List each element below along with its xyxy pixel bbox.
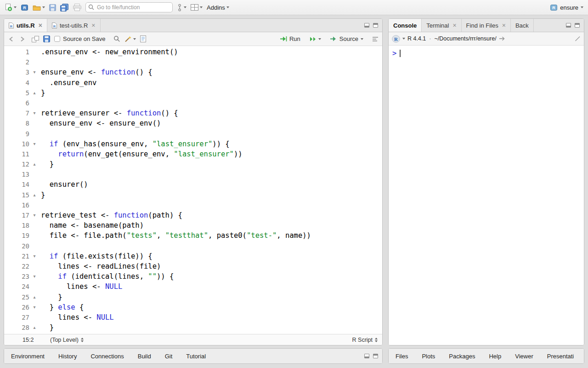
open-file-button[interactable] [33,4,45,11]
console-tab-Terminal[interactable]: Terminal× [422,19,461,32]
close-tab-icon[interactable]: × [502,22,506,29]
code-area[interactable]: 1.ensure_env <- new_environment()23▾ensu… [4,46,382,334]
code-line[interactable]: 27 lines <- NULL [4,312,382,322]
show-in-new-window-icon[interactable] [32,36,39,42]
code-line[interactable]: 4 .ensure_env [4,78,382,88]
scope-selector[interactable]: (Top Level) [50,337,84,343]
fold-toggle-icon[interactable]: ▴ [31,190,38,200]
source-button[interactable]: Source [330,35,363,42]
chevron-down-icon[interactable] [402,38,405,40]
console-tab-Find in Files[interactable]: Find in Files× [462,19,511,32]
fold-toggle-icon[interactable]: ▾ [31,108,38,118]
maximize-pane-icon[interactable] [373,354,378,358]
forward-icon[interactable] [19,36,26,42]
code-line[interactable]: 2 [4,57,382,67]
run-button[interactable]: Run [280,35,300,42]
code-line[interactable]: 1.ensure_env <- new_environment() [4,47,382,57]
code-line[interactable]: 22 lines <- readLines(file) [4,261,382,271]
code-line[interactable]: 18 name <- basename(path) [4,220,382,230]
code-line[interactable]: 25▴ } [4,292,382,302]
code-line[interactable]: 20 [4,241,382,251]
maximize-pane-icon[interactable] [575,23,580,28]
new-project-button[interactable]: R [21,4,28,12]
fold-toggle-icon[interactable]: ▴ [31,159,38,169]
tab-files[interactable]: Files [389,349,415,363]
find-replace-icon[interactable] [113,35,120,42]
code-line[interactable]: 8 ensure_env <- ensure_env() [4,118,382,128]
close-tab-icon[interactable]: × [91,22,95,29]
console-output[interactable]: > [389,46,584,345]
minimize-pane-icon[interactable] [364,23,369,28]
tab-history[interactable]: History [51,349,84,363]
code-line[interactable]: 5▴} [4,88,382,98]
minimize-pane-icon[interactable] [566,23,571,28]
tab-connections[interactable]: Connections [84,349,130,363]
go-to-directory-icon[interactable] [499,36,505,41]
code-line[interactable]: 19 file <- file.path("tests", "testthat"… [4,230,382,241]
save-icon[interactable] [43,35,50,42]
code-line[interactable]: 15▴} [4,190,382,200]
rerun-button[interactable] [308,36,321,42]
code-line[interactable]: 12▴ } [4,159,382,169]
code-line[interactable]: 14 ensurer() [4,179,382,190]
code-line[interactable]: 7▾retrieve_ensurer <- function() { [4,108,382,118]
r-logo-icon[interactable]: R [392,35,400,43]
code-line[interactable]: 28▴ } [4,322,382,333]
code-line[interactable]: 3▾ensure_env <- function() { [4,67,382,77]
tab-git[interactable]: Git [158,349,180,363]
code-line[interactable]: 11 return(env_get(ensure_env, "last_ensu… [4,149,382,159]
close-tab-icon[interactable]: × [452,22,456,29]
tab-tutorial[interactable]: Tutorial [179,349,213,363]
addins-menu[interactable]: Addins [207,4,229,11]
version-control-button[interactable] [177,4,187,12]
print-button[interactable] [73,4,81,11]
goto-file-input[interactable] [85,2,173,12]
console-tab-Back[interactable]: Back [511,19,534,32]
clear-console-icon[interactable] [574,35,581,42]
tab-presentati[interactable]: Presentati [540,349,581,363]
compile-report-icon[interactable] [140,35,146,42]
code-line[interactable]: 10▾ if (env_has(ensure_env, "last_ensure… [4,139,382,149]
tab-packages[interactable]: Packages [442,349,482,363]
fold-toggle-icon[interactable]: ▴ [31,322,38,333]
back-icon[interactable] [8,36,15,42]
code-line[interactable]: 17▾retrieve_test <- function(path) { [4,210,382,220]
tab-help[interactable]: Help [482,349,508,363]
tab-environment[interactable]: Environment [4,349,51,363]
new-file-button[interactable] [5,4,17,12]
code-line[interactable]: 24 lines <- NULL [4,282,382,292]
close-tab-icon[interactable]: × [39,22,42,29]
pane-layout-button[interactable] [191,4,203,11]
save-all-button[interactable] [60,4,69,12]
tab-plots[interactable]: Plots [415,349,442,363]
minimize-pane-icon[interactable] [364,354,369,358]
fold-toggle-icon[interactable]: ▴ [31,88,38,98]
code-line[interactable]: 21▾ if (file.exists(file)) { [4,251,382,261]
code-tools-button[interactable] [124,35,136,42]
code-line[interactable]: 9 [4,129,382,139]
editor-tab-test-utils.R[interactable]: Rtest-utils.R× [47,19,101,32]
fold-toggle-icon[interactable]: ▾ [31,251,38,261]
code-line[interactable]: 13 [4,169,382,179]
fold-toggle-icon[interactable]: ▾ [31,67,38,77]
tab-viewer[interactable]: Viewer [508,349,540,363]
fold-toggle-icon[interactable]: ▾ [31,271,38,282]
code-line[interactable]: 26▾ } else { [4,302,382,312]
save-button[interactable] [49,4,56,11]
tab-build[interactable]: Build [131,349,158,363]
maximize-pane-icon[interactable] [373,23,378,28]
project-menu[interactable]: R ensure [550,4,583,12]
doc-type-selector[interactable]: R Script [352,337,378,343]
fold-toggle-icon[interactable]: ▴ [31,292,38,302]
source-on-save-checkbox[interactable] [54,36,60,42]
code-text: lines <- readLines(file) [38,261,161,271]
code-line[interactable]: 16 [4,200,382,210]
console-tab-Console[interactable]: Console [389,19,422,32]
code-line[interactable]: 6 [4,98,382,108]
fold-toggle-icon[interactable]: ▾ [31,302,38,312]
document-outline-icon[interactable] [372,36,379,42]
editor-tab-utils.R[interactable]: Rutils.R× [4,19,47,32]
fold-toggle-icon[interactable]: ▾ [31,139,38,149]
fold-toggle-icon[interactable]: ▾ [31,210,38,220]
code-line[interactable]: 23▾ if (identical(lines, "")) { [4,271,382,282]
